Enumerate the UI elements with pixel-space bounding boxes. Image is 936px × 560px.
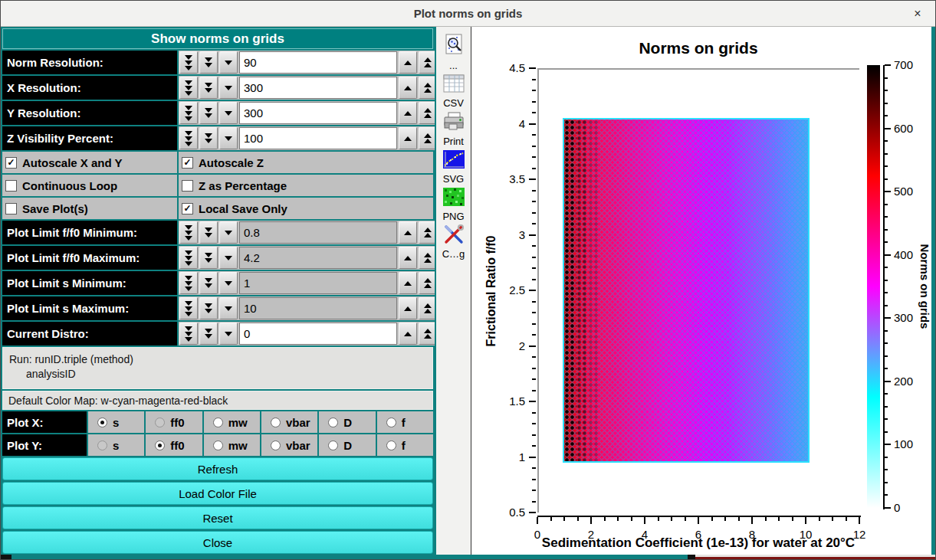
step-down-3-button[interactable]	[179, 51, 198, 74]
step-down-2-button[interactable]	[199, 272, 218, 294]
step-down-3-button[interactable]	[179, 297, 198, 319]
radio-icon[interactable]	[213, 418, 223, 427]
save-plots-option[interactable]: Save Plot(s)	[2, 198, 177, 219]
ff0-max-input[interactable]	[239, 247, 397, 269]
radio-icon[interactable]	[155, 440, 165, 450]
s-min-input[interactable]	[239, 272, 397, 294]
z-visibility-input[interactable]	[239, 127, 397, 149]
radio-icon[interactable]	[328, 418, 338, 427]
radio-icon[interactable]	[271, 418, 281, 427]
step-up-1-button[interactable]	[399, 297, 417, 319]
step-down-3-button[interactable]	[179, 221, 198, 244]
plot-y-option-f[interactable]: f	[377, 434, 433, 456]
autoscale-xy-option[interactable]: ✓ Autoscale X and Y	[2, 152, 177, 173]
autoscale-z-checkbox[interactable]: ✓	[182, 157, 193, 169]
plot-x-option-mw[interactable]: mw	[204, 411, 260, 433]
x-resolution-input[interactable]	[239, 77, 397, 99]
autoscale-xy-checkbox[interactable]: ✓	[5, 157, 17, 169]
step-up-1-button[interactable]	[399, 221, 417, 244]
toolbar-item-config[interactable]: C…g	[442, 224, 465, 260]
z-percentage-option[interactable]: Z as Percentage	[179, 175, 433, 196]
radio-icon[interactable]	[213, 440, 223, 450]
plot-x-option-vbar[interactable]: vbar	[261, 411, 317, 433]
toolbar-item-print[interactable]: Print	[442, 111, 465, 147]
radio-icon[interactable]	[386, 418, 396, 427]
continuous-loop-checkbox[interactable]	[5, 180, 17, 192]
step-down-3-button[interactable]	[179, 102, 198, 124]
step-down-2-button[interactable]	[199, 51, 218, 74]
step-down-1-button[interactable]	[219, 127, 238, 149]
plot-x-option-s[interactable]: s	[88, 411, 144, 433]
step-up-1-button[interactable]	[399, 127, 417, 149]
plot-x-option-D[interactable]: D	[319, 411, 375, 433]
toolbar-item-png[interactable]: PNG	[442, 187, 465, 222]
step-down-1-button[interactable]	[219, 323, 238, 345]
radio-icon[interactable]	[328, 440, 338, 450]
continuous-loop-option[interactable]: Continuous Loop	[2, 175, 177, 196]
plot-y-option-D[interactable]: D	[319, 434, 375, 456]
step-down-1-button[interactable]	[219, 297, 238, 319]
plot-x-option-ff0[interactable]: ff0	[146, 411, 202, 433]
toolbar-item-svg[interactable]: SVG	[442, 149, 465, 185]
save-plots-checkbox[interactable]	[5, 203, 17, 215]
y-resolution-input[interactable]	[239, 102, 397, 124]
current-distro-input[interactable]	[239, 323, 397, 345]
x-axis-tick	[563, 517, 565, 521]
step-down-3-button[interactable]	[179, 323, 198, 345]
step-down-1-button[interactable]	[219, 272, 238, 294]
step-up-1-button[interactable]	[399, 102, 417, 124]
step-up-1-button[interactable]	[399, 51, 417, 74]
local-save-checkbox[interactable]: ✓	[182, 203, 193, 215]
plot-y-option-mw[interactable]: mw	[204, 434, 260, 456]
step-down-3-button[interactable]	[179, 272, 198, 294]
y-axis-tick	[529, 345, 536, 347]
plot-x-option-f[interactable]: f	[377, 411, 433, 433]
step-up-1-button[interactable]	[399, 272, 417, 294]
reset-button[interactable]: Reset	[2, 506, 433, 529]
z-percentage-checkbox[interactable]	[182, 180, 193, 192]
step-down-2-button[interactable]	[199, 77, 218, 99]
step-down-1-button[interactable]	[219, 221, 238, 244]
step-up-1-button[interactable]	[399, 247, 417, 269]
radio-icon[interactable]	[386, 440, 396, 450]
radio-icon[interactable]	[97, 440, 107, 450]
step-down-2-button[interactable]	[199, 247, 218, 269]
toolbar-item-zoom[interactable]: ...	[442, 33, 465, 71]
toolbar-print-label: Print	[443, 136, 464, 147]
step-down-3-button[interactable]	[179, 77, 198, 99]
radio-icon[interactable]	[97, 418, 107, 427]
ff0-min-input[interactable]	[239, 221, 397, 244]
radio-icon[interactable]	[155, 418, 165, 427]
radio-icon[interactable]	[271, 440, 281, 450]
step-down-2-button[interactable]	[199, 221, 218, 244]
step-up-1-button[interactable]	[399, 77, 417, 99]
norm-resolution-input[interactable]	[239, 51, 397, 74]
load-color-file-button[interactable]: Load Color File	[2, 482, 433, 505]
step-down-2-button[interactable]	[199, 323, 218, 345]
x-axis-tick	[644, 517, 645, 524]
step-down-2-button[interactable]	[199, 127, 218, 149]
step-down-1-button[interactable]	[219, 102, 238, 124]
step-down-2-button[interactable]	[199, 297, 218, 319]
refresh-button[interactable]: Refresh	[2, 457, 433, 480]
plot-y-option-s[interactable]: s	[88, 434, 144, 456]
step-down-3-button[interactable]	[179, 247, 198, 269]
step-down-1-button[interactable]	[219, 247, 238, 269]
step-up-1-button[interactable]	[399, 323, 417, 345]
close-button[interactable]: Close	[2, 531, 433, 554]
plot-area[interactable]: Norms on grids Frictional Ratio f/f0 Sed…	[471, 27, 935, 555]
step-down-1-button[interactable]	[219, 77, 238, 99]
step-down-3-button[interactable]	[179, 127, 198, 149]
close-icon[interactable]: ×	[910, 6, 925, 21]
local-save-option[interactable]: ✓ Local Save Only	[179, 198, 433, 219]
step-down-1-button[interactable]	[219, 51, 238, 74]
autoscale-z-option[interactable]: ✓ Autoscale Z	[179, 152, 433, 173]
s-max-input[interactable]	[239, 297, 397, 319]
plot-y-option-ff0[interactable]: ff0	[146, 434, 202, 456]
local-save-label: Local Save Only	[199, 202, 287, 215]
toolbar-item-csv[interactable]: CSV	[442, 74, 465, 109]
autoscale-z-label: Autoscale Z	[199, 156, 264, 169]
window-title: Plot norms on grids	[1, 7, 935, 20]
step-down-2-button[interactable]	[199, 102, 218, 124]
plot-y-option-vbar[interactable]: vbar	[261, 434, 317, 456]
